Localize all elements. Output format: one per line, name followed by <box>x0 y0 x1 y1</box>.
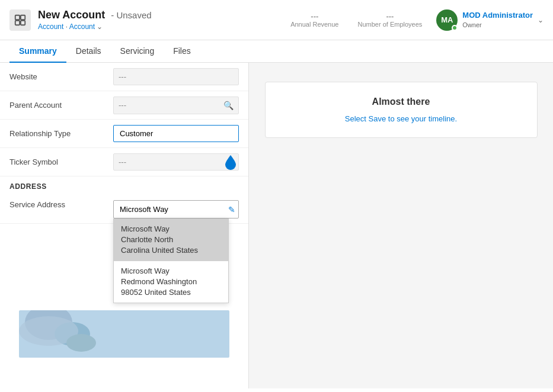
address-section-header: ADDRESS <box>0 176 248 194</box>
num-employees-stat: --- Number of Employees <box>357 12 422 28</box>
website-row: Website --- <box>0 63 248 91</box>
dropdown-item-1-line1: Microsoft Way <box>121 266 221 277</box>
timeline-title: Almost there <box>285 97 518 107</box>
service-address-label: Service Address <box>9 200 113 209</box>
header-stats: --- Annual Revenue --- Number of Employe… <box>290 12 422 28</box>
online-badge <box>452 25 458 31</box>
address-dropdown: Microsoft Way Charlotte North Carolina U… <box>113 219 229 303</box>
app-header: New Account - Unsaved Account · Account … <box>0 0 553 40</box>
breadcrumb: Account · Account ⌄ <box>38 23 290 31</box>
dropdown-item-1-line2: Redmond Washington <box>121 277 221 287</box>
timeline-box: Almost there Select Save to see your tim… <box>265 82 538 138</box>
svg-rect-0 <box>15 15 20 19</box>
tab-files[interactable]: Files <box>164 40 200 63</box>
svg-rect-1 <box>21 15 25 19</box>
address-edit-button[interactable]: ✎ <box>228 205 235 214</box>
water-drop-icon <box>222 154 239 171</box>
parent-account-label: Parent Account <box>9 101 113 110</box>
left-panel: Website --- Parent Account --- 🔍 Relatio… <box>0 63 249 388</box>
svg-rect-2 <box>15 20 20 24</box>
parent-account-search-button[interactable]: 🔍 <box>223 101 234 110</box>
svg-rect-3 <box>21 20 25 24</box>
parent-account-row: Parent Account --- 🔍 <box>0 91 248 120</box>
address-field-wrap: ✎ Microsoft Way Charlotte North Carolina… <box>113 200 239 219</box>
relationship-type-row: Relationship Type <box>0 120 248 148</box>
dropdown-item-0[interactable]: Microsoft Way Charlotte North Carolina U… <box>114 219 228 261</box>
page-title: New Account - Unsaved <box>38 9 290 21</box>
ticker-symbol-value[interactable]: --- <box>113 153 239 171</box>
map-view <box>19 310 229 358</box>
tab-details[interactable]: Details <box>66 40 111 63</box>
relationship-type-label: Relationship Type <box>9 129 113 138</box>
website-label: Website <box>9 72 113 81</box>
tab-summary[interactable]: Summary <box>9 40 66 63</box>
dropdown-item-0-line3: Carolina United States <box>121 245 221 256</box>
service-address-row: Service Address ✎ Microsoft Way Charlott… <box>0 194 248 224</box>
user-info: MOD Administrator Owner <box>462 11 533 29</box>
annual-revenue-stat: --- Annual Revenue <box>290 12 338 28</box>
header-title-block: New Account - Unsaved Account · Account … <box>38 9 290 31</box>
ticker-symbol-row: Ticker Symbol --- <box>0 148 248 176</box>
user-profile[interactable]: MA MOD Administrator Owner ⌄ <box>436 9 544 31</box>
account-icon <box>9 9 31 31</box>
tabs-bar: Summary Details Servicing Files <box>0 40 553 63</box>
ticker-input-wrap: --- <box>113 153 239 171</box>
ticker-symbol-label: Ticker Symbol <box>9 158 113 166</box>
service-address-input[interactable] <box>113 200 239 219</box>
map-container <box>0 301 248 367</box>
dropdown-item-0-line1: Microsoft Way <box>121 224 221 234</box>
tab-servicing[interactable]: Servicing <box>111 40 164 63</box>
chevron-down-icon: ⌄ <box>538 16 544 24</box>
avatar: MA <box>436 9 458 31</box>
relationship-type-input[interactable] <box>113 125 239 142</box>
dropdown-item-0-line2: Charlotte North <box>121 234 221 245</box>
main-content: Website --- Parent Account --- 🔍 Relatio… <box>0 63 553 388</box>
right-panel: Almost there Select Save to see your tim… <box>249 63 553 388</box>
timeline-subtitle: Select Save to see your timeline. <box>285 114 518 123</box>
parent-account-field[interactable]: --- 🔍 <box>113 97 239 114</box>
dropdown-item-1[interactable]: Microsoft Way Redmond Washington 98052 U… <box>114 261 228 303</box>
dropdown-item-1-line3: 98052 United States <box>121 287 221 298</box>
website-value[interactable]: --- <box>113 68 239 85</box>
